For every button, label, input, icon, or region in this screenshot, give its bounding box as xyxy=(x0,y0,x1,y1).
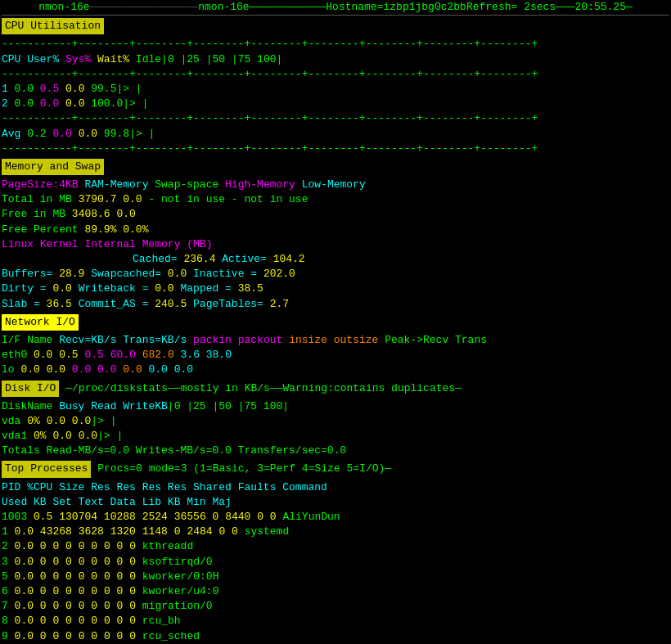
cpu-border-2: -----------+--------+--------+--------+-… xyxy=(2,111,669,126)
title-bar: nmon-16e—————————————————Network I/Onmon… xyxy=(2,0,669,16)
mem-row-kernel: Linux Kernel Internal Memory (MB) xyxy=(2,237,669,252)
proc-header-row1: PID %CPU Size Res Res Res Res Shared Fau… xyxy=(2,480,669,495)
title-full: nmon-16e————————————Hostname=izbp1jbg0c2… xyxy=(198,1,633,13)
network-section-header: Network I/O xyxy=(2,314,79,331)
mem-row-freepct: Free Percent 89.9% 0.0% xyxy=(2,223,669,237)
proc-row-6: 6 0.0 0 0 0 0 0 0 0 0 kworker/u4:0 xyxy=(2,584,669,599)
memory-section: Memory and Swap PageSize:4KB RAM-Memory … xyxy=(2,156,669,312)
network-section: Network I/O I/F Name Recv=KB/s Trans=KB/… xyxy=(2,312,669,378)
disk-totals-row: Totals Read-MB/s=0.0 Writes-MB/s=0.0 Tra… xyxy=(2,444,669,458)
disk-section-header: Disk I/O xyxy=(2,381,59,397)
mem-row-cached: Cached= 236.4 Active= 104.2 xyxy=(2,252,669,267)
proc-header-row2: Used KB Set Text Data Lib KB Min Maj xyxy=(2,495,669,510)
main-container: nmon-16e—————————————————Network I/Onmon… xyxy=(0,0,671,644)
cpu-row-1: 1 0.0 0.5 0.0 99.5|> | xyxy=(2,82,669,97)
cpu-border-bottom: -----------+--------+--------+--------+-… xyxy=(2,142,669,156)
cpu-avg-row: Avg 0.2 0.0 0.0 99.8|> | xyxy=(2,127,669,142)
proc-row-7: 7 0.0 0 0 0 0 0 0 0 0 migration/0 xyxy=(2,599,669,614)
top-processes-section: Top Processes Procs=0 mode=3 (1=Basic, 3… xyxy=(2,458,669,644)
net-row-eth0: eth0 0.0 0.5 0.5 60.0 682.0 3.6 38.0 xyxy=(2,348,669,363)
mem-row-pagesize: PageSize:4KB RAM-Memory Swap-space High-… xyxy=(2,178,669,192)
cpu-section-header: CPU Utilisation xyxy=(2,18,104,34)
disk-section: Disk I/O —/proc/diskstats——mostly in KB/… xyxy=(2,378,669,459)
disk-row-vda: vda 0% 0.0 0.0|> | xyxy=(2,414,669,429)
cpu-header-row: CPU User% Sys% Wait% Idle|0 |25 |50 |75 … xyxy=(2,52,669,67)
cpu-section: CPU Utilisation -----------+--------+---… xyxy=(2,16,669,156)
top-processes-header: Top Processes xyxy=(2,461,91,477)
cpu-row-2: 2 0.0 0.0 0.0 100.0|> | xyxy=(2,97,669,111)
mem-row-free: Free in MB 3408.6 0.0 xyxy=(2,207,669,222)
disk-header-row: DiskName Busy Read WriteKB|0 |25 |50 |75… xyxy=(2,399,669,414)
net-header-row: I/F Name Recv=KB/s Trans=KB/s packin pac… xyxy=(2,333,669,348)
mem-row-dirty: Dirty = 0.0 Writeback = 0.0 Mapped = 38.… xyxy=(2,281,669,296)
proc-row-1: 1 0.0 43268 3628 1320 1148 0 2484 0 0 sy… xyxy=(2,525,669,539)
mem-row-total: Total in MB 3790.7 0.0 - not in use - no… xyxy=(2,192,669,207)
cpu-border-mid: -----------+--------+--------+--------+-… xyxy=(2,67,669,82)
proc-row-2: 2 0.0 0 0 0 0 0 0 0 0 kthreadd xyxy=(2,539,669,554)
app-name: nmon-16e xyxy=(38,1,89,13)
memory-section-header: Memory and Swap xyxy=(2,159,104,175)
proc-row-1003: 1003 0.5 130704 10288 2524 36556 0 8440 … xyxy=(2,510,669,525)
proc-row-9: 9 0.0 0 0 0 0 0 0 0 0 rcu_sched xyxy=(2,629,669,644)
proc-row-3: 3 0.0 0 0 0 0 0 0 0 0 ksoftirqd/0 xyxy=(2,555,669,570)
mem-row-buffers: Buffers= 28.9 Swapcached= 0.0 Inactive =… xyxy=(2,267,669,281)
proc-row-5: 5 0.0 0 0 0 0 0 0 0 0 kworker/0:0H xyxy=(2,570,669,584)
net-row-lo: lo 0.0 0.0 0.0 0.0 0.0 0.0 0.0 xyxy=(2,363,669,377)
proc-row-8: 8 0.0 0 0 0 0 0 0 0 0 rcu_bh xyxy=(2,614,669,628)
cpu-border-top: -----------+--------+--------+--------+-… xyxy=(2,37,669,52)
mem-row-slab: Slab = 36.5 Commit_AS = 240.5 PageTables… xyxy=(2,297,669,312)
disk-row-vda1: vda1 0% 0.0 0.0|> | xyxy=(2,429,669,444)
